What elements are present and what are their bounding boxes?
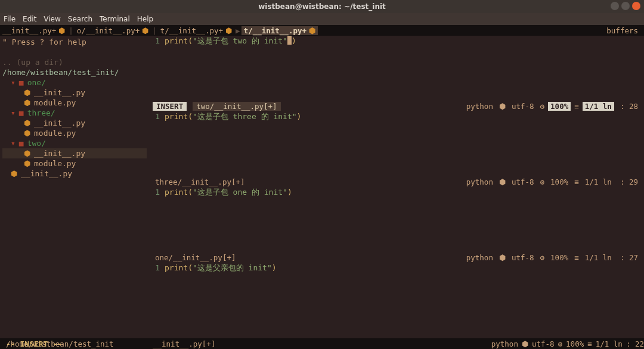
tree-folder-three[interactable]: ▾ ■ three/ <box>2 108 147 118</box>
tab-init-root[interactable]: __init__.py+ ⬢ <box>0 26 67 35</box>
window-title: wistbean@wistbean: ~/test_init <box>0 2 644 11</box>
vim-mode-line: -- INSERT -- <box>6 339 62 349</box>
python-icon: ⬢ <box>24 98 30 108</box>
tree-file[interactable]: ⬢ module.py <box>2 128 147 138</box>
tab-three-init[interactable]: t/__init__.py+ ⬢ <box>158 26 234 35</box>
menu-edit[interactable]: Edit <box>23 15 36 23</box>
bottom-status-row: /home/wistbean/test_init __init__.py[+] … <box>0 338 644 349</box>
tree-folder-label: two/ <box>27 138 46 148</box>
line-number: 1 <box>149 111 165 122</box>
chevron-down-icon: ▾ <box>11 108 16 118</box>
tree-folder-label: three/ <box>27 108 55 118</box>
menu-file[interactable]: File <box>4 15 16 23</box>
code-line[interactable]: print("这是子包 three 的 init") <box>165 111 301 122</box>
tab-label: t/__init__.py+ <box>160 26 223 35</box>
text-cursor <box>287 36 292 45</box>
editor-pane-root[interactable]: 1 print("这是父亲包的 init") <box>149 263 644 338</box>
gear-icon <box>540 177 545 186</box>
python-icon: ⬢ <box>225 26 232 35</box>
status-column: : 27 <box>618 253 640 262</box>
window-titlebar: wistbean@wistbean: ~/test_init <box>0 0 644 13</box>
status-percent: 100% <box>548 177 571 186</box>
editor-splits: 1 print("这是子包 two 的 init") INSERT two/__… <box>149 36 644 338</box>
close-icon[interactable] <box>632 2 640 10</box>
line-number: 1 <box>149 263 165 273</box>
tab-separator: | <box>151 26 158 35</box>
hamburger-icon <box>574 102 579 111</box>
file-tree-sidebar[interactable]: " Press ? for help .. (up a dir) /home/w… <box>0 36 149 338</box>
status-filename: __init__.py[+] <box>153 339 215 348</box>
sidebar-up-dir[interactable]: .. (up a dir) <box>2 57 147 67</box>
sidebar-help-text: " Press ? for help <box>2 37 147 47</box>
python-icon: ⬢ <box>24 148 30 158</box>
status-filename: one/__init__.py[+] <box>153 253 238 262</box>
hamburger-icon <box>574 253 579 262</box>
tree-file-label: module.py <box>34 98 76 108</box>
gear-icon <box>540 102 545 111</box>
editor-pane-two[interactable]: 1 print("这是子包 two 的 init") INSERT two/__… <box>149 36 644 111</box>
python-icon: ⬢ <box>24 88 30 98</box>
line-number: 1 <box>149 36 165 46</box>
tab-separator: | <box>67 26 75 35</box>
status-lang: python <box>464 102 496 111</box>
status-lang: python <box>464 253 496 262</box>
tree-folder-one[interactable]: ▾ ■ one/ <box>2 77 147 88</box>
python-icon: ⬢ <box>24 128 30 138</box>
statusline-three: three/__init__.py[+] python ⬢ utf-8 100%… <box>149 176 644 187</box>
gear-icon <box>540 253 545 262</box>
folder-icon: ■ <box>19 77 24 88</box>
python-icon: ⬢ <box>24 158 30 169</box>
python-icon: ⬢ <box>142 26 148 35</box>
tree-file[interactable]: ⬢ module.py <box>2 158 147 169</box>
vim-tabline: __init__.py+ ⬢ | o/__init__.py+ ⬢ | t/__… <box>0 25 644 36</box>
minimize-icon[interactable] <box>611 2 619 10</box>
tree-file-label: module.py <box>34 158 76 169</box>
status-encoding: utf-8 <box>532 339 555 348</box>
tree-file[interactable]: ⬢ __init__.py <box>2 118 147 128</box>
python-icon: ⬢ <box>499 253 506 262</box>
tree-folder-two[interactable]: ▾ ■ two/ <box>2 138 147 148</box>
line-number: 1 <box>149 187 165 198</box>
status-encoding: utf-8 <box>509 177 537 186</box>
code-line[interactable]: print("这是子包 two 的 init") <box>165 36 296 46</box>
status-column: : 28 <box>618 102 640 111</box>
status-lang: python <box>491 339 518 348</box>
tree-file-label: module.py <box>34 128 76 138</box>
status-line-count: 1/1 ln <box>583 177 614 186</box>
status-line-count: 1/1 ln <box>583 102 614 111</box>
editor-pane-one[interactable]: 1 print("这是子包 one 的 init") one/__init__.… <box>149 187 644 263</box>
gear-icon: ⚙ <box>558 339 563 348</box>
tab-two-init[interactable]: t/__init__.py+ ⬢ <box>242 26 318 35</box>
hamburger-icon: ≡ <box>587 339 592 348</box>
python-icon: ⬢ <box>309 26 315 35</box>
tab-one-init[interactable]: o/__init__.py+ ⬢ <box>75 26 151 35</box>
status-percent: 100% <box>548 253 571 262</box>
tree-file-active[interactable]: ⬢ __init__.py <box>2 148 147 158</box>
tree-file-label: __init__.py <box>34 118 85 128</box>
code-line[interactable]: print("这是子包 one 的 init") <box>165 187 292 198</box>
menu-help[interactable]: Help <box>137 15 153 23</box>
tree-file-label: __init__.py <box>21 169 72 179</box>
status-encoding: utf-8 <box>509 253 537 262</box>
tree-file[interactable]: ⬢ __init__.py <box>2 169 147 179</box>
menu-terminal[interactable]: Terminal <box>100 15 130 23</box>
menu-view[interactable]: View <box>44 15 60 23</box>
tree-file[interactable]: ⬢ __init__.py <box>2 88 147 98</box>
editor-pane-three[interactable]: 1 print("这是子包 three 的 init") three/__ini… <box>149 111 644 187</box>
status-percent: 100% <box>548 102 571 111</box>
mode-indicator: INSERT <box>153 102 187 111</box>
tabline-right-label: buffers <box>606 26 644 35</box>
tree-file[interactable]: ⬢ module.py <box>2 98 147 108</box>
statusline-one: one/__init__.py[+] python ⬢ utf-8 100% 1… <box>149 252 644 263</box>
status-column: : 22 <box>626 339 644 348</box>
status-line-count: 1/1 ln <box>596 339 623 348</box>
menu-bar: File Edit View Search Terminal Help <box>0 13 644 25</box>
menu-search[interactable]: Search <box>68 15 92 23</box>
status-encoding: utf-8 <box>509 102 537 111</box>
tree-folder-label: one/ <box>27 77 46 88</box>
maximize-icon[interactable] <box>621 2 630 10</box>
sidebar-root-path: /home/wistbean/test_init/ <box>2 67 147 77</box>
python-icon: ⬢ <box>522 339 528 348</box>
code-line[interactable]: print("这是父亲包的 init") <box>165 263 277 273</box>
folder-icon: ■ <box>19 138 24 148</box>
